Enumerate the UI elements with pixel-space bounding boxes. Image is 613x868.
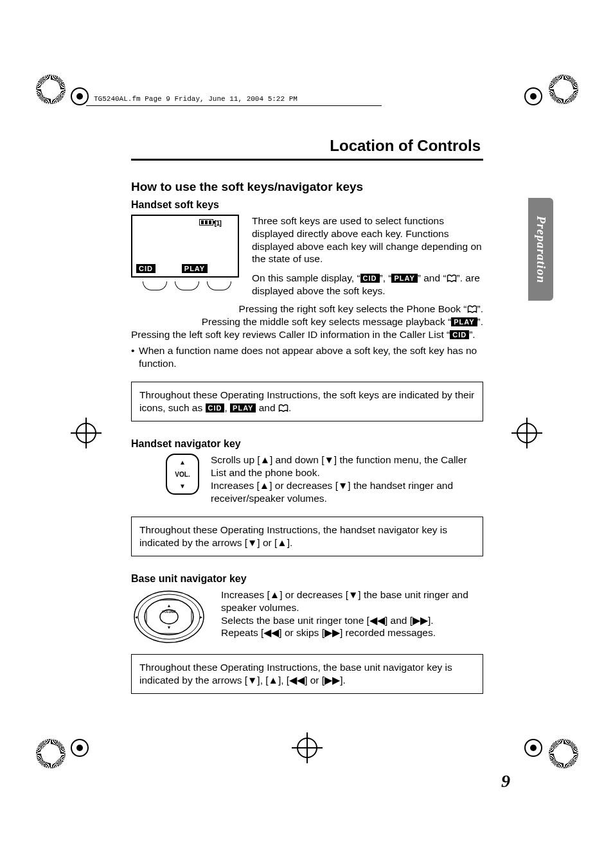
- handset-bullets: When a function name does not appear abo…: [131, 344, 483, 370]
- note-softkeys: Throughout these Operating Instructions,…: [131, 382, 483, 421]
- cid-tag: CID: [136, 264, 155, 273]
- reg-mark-icon: [36, 75, 66, 104]
- handset-desc: Three soft keys are used to select funct…: [252, 215, 483, 297]
- base-p3: Repeats [◀◀] or skips [▶▶] recorded mess…: [221, 626, 483, 639]
- base-row: ▲ VOLUME ▼ ◂ ▸ Increases [▲] or decrease…: [131, 589, 483, 645]
- base-p1: Increases [▲] or decreases [▼] the base …: [221, 589, 483, 614]
- play-tag: PLAY: [451, 317, 477, 326]
- phonebook-icon: [467, 303, 477, 314]
- svg-text:▼: ▼: [167, 625, 172, 630]
- handset-p4: Pressing the middle soft key selects mes…: [131, 315, 483, 328]
- down-arrow-icon: ▼: [179, 483, 186, 490]
- softkey-middle-icon: [175, 281, 199, 290]
- section-title: Location of Controls: [131, 137, 483, 155]
- section-rule: [131, 159, 483, 161]
- page-number: 9: [501, 771, 510, 792]
- nav-p2: Increases [▲] or decreases [▼] the hands…: [211, 479, 483, 505]
- nav-p1: Scrolls up [▲] and down [▼] the function…: [211, 454, 483, 479]
- base-p2: Selects the base unit ringer tone [◀◀] a…: [221, 614, 483, 627]
- handset-row: [1] CID PLAY Three s: [131, 215, 483, 297]
- heading-base-key: Base unit navigator key: [131, 573, 483, 585]
- battery-icon: [1]: [199, 218, 221, 227]
- handset-bullet-1: When a function name does not appear abo…: [131, 344, 483, 370]
- reg-mark-icon: [549, 75, 578, 104]
- svg-text:VOLUME: VOLUME: [162, 610, 176, 614]
- print-header: TG5240AL.fm Page 9 Friday, June 11, 2004…: [86, 63, 382, 106]
- play-tag: PLAY: [230, 403, 256, 412]
- phonebook-icon: [447, 272, 457, 283]
- base-navigator-icon: ▲ VOLUME ▼ ◂ ▸: [131, 589, 207, 645]
- handset-p5: Pressing the left soft key reviews Calle…: [131, 328, 483, 341]
- heading-soft-keys: How to use the soft keys/navigator keys: [131, 180, 483, 194]
- softkey-right-icon: [207, 281, 231, 290]
- lcd-softkey-labels: CID PLAY: [136, 263, 234, 274]
- svg-text:▸: ▸: [200, 614, 202, 620]
- reg-mark-icon: [549, 739, 578, 768]
- up-arrow-icon: ▲: [179, 459, 186, 466]
- cid-tag: CID: [450, 330, 469, 339]
- svg-text:◂: ◂: [135, 614, 138, 620]
- handset-p2: On this sample display, “CID”, “PLAY” an…: [252, 272, 483, 297]
- play-tag: PLAY: [391, 274, 417, 283]
- section-tab: Preparation: [528, 198, 553, 301]
- reg-mark-icon: [36, 739, 66, 768]
- base-desc: Increases [▲] or decreases [▼] the base …: [221, 589, 483, 645]
- note-navkey: Throughout these Operating Instructions,…: [131, 517, 483, 556]
- vol-label: VOL.: [175, 471, 190, 478]
- play-tag: PLAY: [182, 264, 208, 273]
- lcd-diagram: [1] CID PLAY: [131, 215, 243, 297]
- cid-tag: CID: [206, 403, 225, 412]
- lcd-frame: [1] CID PLAY: [131, 215, 239, 278]
- handset-p1: Three soft keys are used to select funct…: [252, 215, 483, 265]
- svg-point-1: [138, 594, 200, 639]
- note-basekey: Throughout these Operating Instructions,…: [131, 654, 483, 694]
- handset-p3: Pressing the right soft key selects the …: [131, 303, 483, 315]
- page-frame: TG5240AL.fm Page 9 Friday, June 11, 2004…: [86, 63, 528, 804]
- heading-nav-key: Handset navigator key: [131, 438, 483, 450]
- cid-tag: CID: [360, 274, 380, 283]
- nav-row: ▲ VOL. ▼ Scrolls up [▲] and down [▼] the…: [131, 454, 483, 504]
- softkey-buttons: [131, 281, 243, 290]
- svg-text:▲: ▲: [167, 603, 172, 608]
- softkey-left-icon: [143, 281, 167, 290]
- phonebook-icon: [278, 402, 289, 413]
- nav-desc: Scrolls up [▲] and down [▼] the function…: [211, 454, 483, 504]
- page-content: Location of Controls How to use the soft…: [86, 106, 483, 694]
- navigator-key-icon: ▲ VOL. ▼: [166, 454, 199, 495]
- heading-handset-soft: Handset soft keys: [131, 199, 483, 211]
